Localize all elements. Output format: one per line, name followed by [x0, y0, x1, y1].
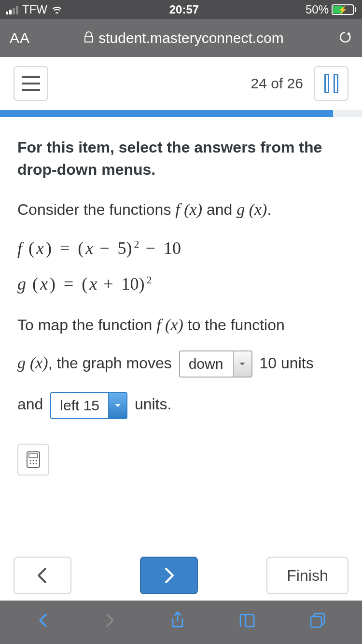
url-domain: student.masteryconnect.com	[98, 30, 284, 46]
back-icon[interactable]	[36, 612, 50, 633]
prompt-suffix: .	[267, 201, 271, 218]
equation-f: f (x) = (x − 5)2 − 10	[17, 236, 345, 261]
svg-point-7	[36, 463, 37, 464]
equation-g: g (x) = (x + 10)2	[17, 271, 345, 296]
clock: 20:57	[63, 3, 306, 16]
tabs-icon[interactable]	[309, 612, 326, 633]
answer-p2: 10 units	[260, 354, 314, 372]
question-nav: Finish	[0, 550, 362, 601]
pause-button[interactable]	[314, 66, 348, 101]
forward-icon[interactable]	[103, 612, 117, 633]
svg-rect-1	[29, 454, 38, 458]
progress-bar	[0, 110, 362, 117]
menu-button[interactable]	[14, 66, 48, 101]
and-text: and	[202, 201, 237, 218]
fn-f-2: f (x)	[156, 316, 183, 334]
progress-fill	[0, 110, 333, 117]
signal-icon	[6, 5, 18, 14]
ios-status-bar: TFW 20:57 50% ⚡	[0, 0, 362, 19]
svg-point-3	[33, 460, 34, 462]
battery-percent: 50%	[306, 3, 329, 16]
svg-rect-9	[311, 616, 321, 627]
page-count: 24 of 26	[251, 75, 303, 92]
svg-point-5	[30, 463, 31, 464]
wifi-icon	[51, 3, 63, 16]
carrier-label: TFW	[22, 3, 47, 16]
question-line-1: To map the function f (x) to the functio…	[17, 313, 345, 336]
dropdown-2-value: left 15	[51, 393, 108, 418]
app-header: 24 of 26	[0, 57, 362, 110]
chevron-down-icon	[108, 393, 126, 418]
lock-icon	[84, 30, 94, 46]
finish-button[interactable]: Finish	[266, 557, 348, 594]
q-prefix: To map the function	[17, 316, 156, 334]
prompt-prefix: Consider the functions	[17, 201, 175, 218]
answer-p3: and	[17, 395, 43, 413]
next-question-button[interactable]	[140, 557, 198, 594]
dropdown-1-value: down	[180, 351, 233, 377]
question-content: For this item, select the answers from t…	[0, 117, 362, 476]
finish-label: Finish	[287, 567, 328, 585]
dropdown-direction-2[interactable]: left 15	[50, 392, 127, 419]
bookmarks-icon[interactable]	[238, 612, 256, 633]
fn-f: f (x)	[175, 200, 202, 218]
browser-url-bar: AA student.masteryconnect.com	[0, 19, 362, 57]
fn-g: g (x)	[237, 200, 267, 218]
prev-question-button[interactable]	[14, 557, 71, 594]
svg-point-2	[30, 460, 31, 462]
chevron-down-icon	[233, 351, 251, 377]
url-field[interactable]: student.masteryconnect.com	[39, 30, 329, 46]
text-size-button[interactable]: AA	[10, 30, 30, 46]
dropdown-direction-1[interactable]: down	[179, 350, 252, 378]
prompt-line: Consider the functions f (x) and g (x).	[17, 197, 345, 221]
svg-point-6	[33, 463, 34, 464]
share-icon[interactable]	[170, 611, 185, 634]
safari-toolbar	[0, 601, 362, 644]
calculator-button[interactable]	[17, 444, 49, 476]
answer-p4: units.	[135, 395, 171, 413]
reload-icon[interactable]	[338, 30, 352, 46]
battery-icon: ⚡	[332, 4, 356, 15]
q-middle: to the function	[183, 316, 285, 334]
svg-point-4	[36, 460, 37, 462]
instruction-text: For this item, select the answers from t…	[17, 136, 345, 181]
answer-flow: g (x), the graph moves down 10 units and…	[17, 342, 345, 425]
